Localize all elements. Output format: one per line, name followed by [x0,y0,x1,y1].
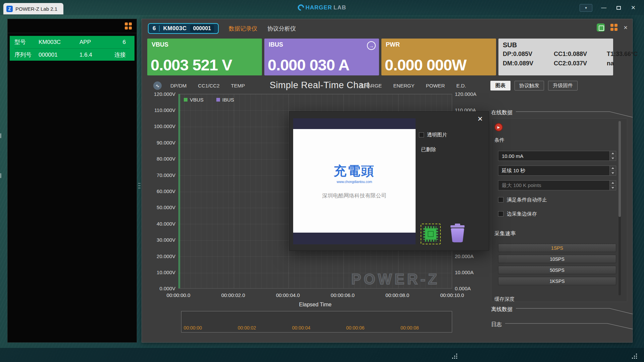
chart-toolbar-button[interactable]: CHARGE [360,83,382,88]
apps-grid-icon[interactable] [610,24,618,31]
log-section-header[interactable]: 日志 [491,321,633,329]
tab-chart[interactable]: 图表 [490,81,511,90]
chart-toolbar-button[interactable]: E.D. [456,83,466,88]
spinner-up-icon[interactable] [610,166,616,171]
panel-splitter[interactable] [138,176,141,196]
chart-toolbar-button[interactable]: TEMP [231,83,245,88]
chart-toolbar-button[interactable]: CC1/CC2 [198,83,219,88]
chongdiantou-logo: 充電頭 [334,163,375,180]
legend-swatch [216,98,220,102]
minimize-button[interactable]: — [597,3,610,12]
ibus-label: IBUS [269,41,283,48]
legend-item: VBUS [184,97,204,103]
right-settings-panel: 图表 协议触发 升级固件 在线数据 ▶ 条件 10.00 mA [487,81,633,343]
transparent-image-option[interactable]: 透明图片 [419,132,447,138]
dialog-close-icon[interactable]: × [478,114,483,123]
chongdiantou-url: www.chongdiantou.com [337,180,372,184]
legend-label: IBUS [222,97,234,103]
section-slant-line [505,321,633,329]
sub-value: na [607,60,638,67]
device-list-toolbar [8,19,137,33]
spinner-buttons[interactable] [610,151,616,161]
timeline-tick-label: 00:00:02 [238,325,256,330]
spinner-buttons[interactable] [610,166,616,176]
panel-scrollbar[interactable] [619,121,621,295]
chip-icon[interactable] [421,224,441,244]
device-serial-badge: 000001 [190,25,214,32]
vbus-card: VBUS 0.003 521 V [147,39,262,75]
transparent-image-label: 透明图片 [427,132,447,138]
option-checkboxes: 满足条件自动停止 边采集边保存 [498,197,547,225]
sub-label: SUB [503,41,517,49]
spinner-input[interactable]: 延续 10 秒 [498,166,610,176]
spinner-down-icon[interactable] [610,156,616,161]
chart-toolbar-button[interactable]: DP/DM [170,83,186,88]
spinner-down-icon[interactable] [610,186,616,190]
left-edge-handle[interactable] [0,133,1,138]
screenshot-icon[interactable] [597,23,605,32]
spinner-up-icon[interactable] [610,151,616,156]
left-edge-handle[interactable] [0,173,1,178]
device-index: 6 [153,25,156,32]
checkbox-label: 满足条件自动停止 [507,197,547,203]
tab-protocol-analyzer[interactable]: 协议分析仪 [267,25,296,33]
offline-data-section-header[interactable]: 离线数据 [491,306,633,314]
app-window-tab[interactable]: Z POWER-Z Lab 2.1 [3,3,63,14]
company-name: 深圳电酷网络科技有限公司 [322,192,387,199]
tab-protocol-trigger[interactable]: 协议触发 [515,81,544,90]
sample-rate-button[interactable]: 10SPS [498,255,616,263]
timeline-tick-label: 00:00:04 [292,325,311,330]
tab-data-recorder[interactable]: 数据记录仪 [229,25,257,33]
checkbox-row[interactable]: 满足条件自动停止 [498,197,547,202]
checkbox-label: 边采集边保存 [507,211,537,217]
device-info-cell: 型号 [14,36,39,48]
condition-label: 条件 [494,137,504,143]
sub-values: DP:0.085VCC1:0.088VT1:33.66°CDM:0.089VCC… [503,51,638,67]
arrow-right-icon[interactable]: → [367,41,376,50]
device-info-cell: APP [79,36,112,48]
maximize-button[interactable] [612,3,625,12]
legend-item: IBUS [216,97,234,103]
chart-toolbar-button[interactable]: ENERGY [393,83,414,88]
online-data-section-header[interactable]: 在线数据 [491,109,633,117]
sample-rate-button[interactable]: 1KSPS [498,277,616,285]
device-info-cell: KM003C [39,36,79,48]
sample-rate-button[interactable]: 50SPS [498,266,616,274]
buffer-depth-label: 缓存深度 [494,296,515,302]
spinner-row: 最大 100 K points [498,180,616,190]
ibus-value: 0.000 030 A [268,56,349,74]
spinner-up-icon[interactable] [610,181,616,186]
spinner-buttons[interactable] [610,180,616,190]
waveform-icon[interactable]: ∿ [153,81,162,90]
checkbox-row[interactable]: 边采集边保存 [498,211,547,217]
device-tab[interactable]: 6 KM003C 000001 [148,23,219,34]
sub-value: DP:0.085V [503,51,554,58]
checkbox[interactable] [419,132,424,137]
device-workspace-window: 6 KM003C 000001 数据记录仪 协议分析仪 × VBUS 0.003… [142,19,633,343]
resize-grip[interactable] [632,353,637,359]
record-start-button[interactable]: ▶ [494,123,503,131]
trash-icon[interactable] [448,224,467,244]
pwr-card: PWR 0.000 000W [381,39,496,75]
spinner-input[interactable]: 最大 100 K points [498,180,610,190]
spinner-down-icon[interactable] [610,171,616,176]
tab-firmware-upgrade[interactable]: 升级固件 [548,81,578,90]
device-info-table[interactable]: 型号KM003CAPP6序列号0000011.6.4连接 [10,36,135,61]
sub-value: CC1:0.088V [554,51,607,58]
close-window-button[interactable]: × [627,3,640,12]
deleted-status-text: 已删除 [421,146,436,153]
workspace-header-icons: × [597,23,628,32]
spinner-input[interactable]: 10.00 mA [498,151,610,161]
brand-text-gray: LAB [333,4,346,11]
image-preview-dialog: × 充電頭 www.chongdiantou.com 深圳电酷网络科技有限公司 … [289,111,489,251]
sample-rate-button[interactable]: 1SPS [498,244,616,252]
close-device-icon[interactable]: × [624,24,628,31]
trace-cursor-line [179,94,180,288]
chevron-down-icon[interactable]: ▾ [580,4,592,12]
grid-view-icon[interactable] [125,22,132,30]
checkbox[interactable] [498,197,503,202]
overview-timeline[interactable]: 00:00:0000:00:0200:00:0400:00:0600:00:08 [181,311,452,333]
resize-grip[interactable] [452,353,458,359]
chart-toolbar-button[interactable]: POWER [426,83,445,88]
checkbox[interactable] [498,211,503,217]
